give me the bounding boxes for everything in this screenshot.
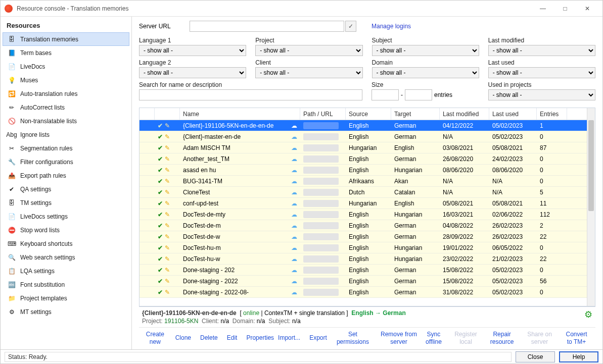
set-permissions-action[interactable]: Set permissions bbox=[336, 331, 369, 345]
remove-from-server-action[interactable]: Remove from server bbox=[379, 331, 419, 345]
maximize-button[interactable]: □ bbox=[554, 1, 576, 17]
row-entries: 0 bbox=[537, 267, 567, 274]
table-row[interactable]: ✔✎Done-staging - 202☁EnglishGerman15/08/… bbox=[140, 265, 595, 276]
export-action[interactable]: Export bbox=[309, 334, 327, 341]
sidebar-item-label: Auto-translation rules bbox=[20, 90, 77, 97]
table-row[interactable]: ✔✎DocTest-de-w☁EnglishGerman28/09/202226… bbox=[140, 231, 595, 242]
row-name: DocTest-hu-m bbox=[183, 244, 221, 251]
lastused-select[interactable]: - show all - bbox=[488, 67, 595, 78]
table-row[interactable]: ✔✎DocTest-hu-m☁EnglishHungarian19/01/202… bbox=[140, 242, 595, 253]
table-row[interactable]: ✔✎DocTest-hu-w☁EnglishHungarian23/02/202… bbox=[140, 253, 595, 265]
sidebar-item-tm-settings[interactable]: 🗄TM settings bbox=[3, 196, 129, 210]
col-path[interactable]: Path / URL bbox=[300, 108, 346, 120]
table-row[interactable]: ✔✎BUG-3141-TM☁AfrikaansAkanN/AN/A0 bbox=[140, 176, 595, 187]
col-lastused[interactable]: Last used bbox=[489, 108, 537, 120]
cloud-icon: ☁ bbox=[291, 155, 297, 163]
clone-action[interactable]: Clone bbox=[175, 334, 191, 341]
sidebar-item-filter-configurations[interactable]: 🔧Filter configurations bbox=[3, 155, 129, 169]
search-input[interactable] bbox=[139, 89, 362, 100]
help-button[interactable]: Help bbox=[559, 351, 598, 362]
sidebar-item-non-translatable-lists[interactable]: 🚫Non-translatable lists bbox=[3, 114, 129, 128]
col-entries[interactable]: Entries bbox=[537, 108, 567, 120]
delete-action[interactable]: Delete bbox=[200, 334, 218, 341]
sidebar-item-autocorrect-lists[interactable]: ✏AutoCorrect lists bbox=[3, 100, 129, 114]
minimize-button[interactable]: — bbox=[532, 1, 554, 17]
sidebar-item-muses[interactable]: 💡Muses bbox=[3, 73, 129, 87]
sidebar-item-ignore-lists[interactable]: AbgIgnore lists bbox=[3, 128, 129, 141]
client-select[interactable]: - show all - bbox=[255, 67, 362, 78]
vertical-scrollbar[interactable] bbox=[587, 108, 595, 306]
lang1-select[interactable]: - show all - bbox=[139, 45, 246, 56]
server-check-button[interactable]: ✓ bbox=[345, 21, 356, 32]
row-path bbox=[303, 278, 339, 285]
col-source[interactable]: Source bbox=[346, 108, 391, 120]
sidebar-item-term-bases[interactable]: 📘Term bases bbox=[3, 46, 129, 60]
edit-action[interactable]: Edit bbox=[227, 334, 238, 341]
table-row[interactable]: ✔✎DocTest-de-m☁EnglishGerman04/08/202226… bbox=[140, 220, 595, 231]
col-icons[interactable] bbox=[155, 108, 180, 120]
table-row[interactable]: ✔✎Adam MISCH TM☁HungarianEnglish03/08/20… bbox=[140, 142, 595, 153]
settings-icon[interactable]: ⚙ bbox=[584, 309, 592, 320]
sidebar-item-qa-settings[interactable]: ✔QA settings bbox=[3, 182, 129, 196]
row-target: German bbox=[391, 233, 440, 240]
properties-action[interactable]: Properties bbox=[246, 334, 274, 341]
table-row[interactable]: ✔✎asasd en hu☁EnglishHungarian08/06/2020… bbox=[140, 165, 595, 176]
table-row[interactable]: ✔✎DocTest-de-mty☁EnglishHungarian16/03/2… bbox=[140, 209, 595, 220]
sidebar-item-project-templates[interactable]: 📁Project templates bbox=[3, 291, 129, 305]
sidebar-item-segmentation-rules[interactable]: ✂Segmentation rules bbox=[3, 141, 129, 155]
lastmod-select[interactable]: - show all - bbox=[488, 45, 595, 56]
row-entries: 56 bbox=[537, 278, 567, 285]
sidebar-item-icon: 📋 bbox=[7, 267, 16, 276]
size-to-input[interactable] bbox=[405, 89, 432, 100]
sidebar-item-font-substitution[interactable]: 🔤Font substitution bbox=[3, 278, 129, 291]
detail-bar: {Client}-191106-5KN-en-de-en-de [ online… bbox=[139, 306, 595, 327]
share-on-server-action[interactable]: Share on server bbox=[526, 331, 553, 345]
sidebar-item-stop-word-lists[interactable]: ⛔Stop word lists bbox=[3, 223, 129, 237]
row-name: BUG-3141-TM bbox=[183, 178, 222, 185]
table-row[interactable]: ✔✎CloneTest☁DutchCatalanN/AN/A5 bbox=[140, 187, 595, 198]
col-target[interactable]: Target bbox=[391, 108, 440, 120]
convert-tm-action[interactable]: Convert to TM+ bbox=[563, 331, 590, 345]
lang2-select[interactable]: - show all - bbox=[139, 67, 246, 78]
sidebar-item-icon: ⚙ bbox=[7, 307, 16, 317]
size-from-input[interactable] bbox=[372, 89, 399, 100]
manage-logins-link[interactable]: Manage logins bbox=[372, 23, 411, 30]
col-check[interactable] bbox=[140, 108, 155, 120]
col-name[interactable]: Name bbox=[180, 108, 300, 120]
sidebar-item-mt-settings[interactable]: ⚙MT settings bbox=[3, 305, 129, 319]
lang2-label: Language 2 bbox=[139, 59, 246, 66]
server-url-input[interactable] bbox=[190, 21, 344, 32]
sidebar-item-auto-translation-rules[interactable]: 🔁Auto-translation rules bbox=[3, 87, 129, 100]
usedin-select[interactable]: - show all - bbox=[488, 89, 596, 100]
row-lastused: 26/02/2023 bbox=[489, 222, 537, 229]
project-select[interactable]: - show all - bbox=[255, 45, 362, 56]
table-row[interactable]: ✔✎Done-staging - 2022-08-☁EnglishGerman3… bbox=[140, 287, 595, 298]
row-name: DocTest-de-m bbox=[183, 222, 221, 229]
row-lastmod: 15/08/2022 bbox=[440, 278, 489, 285]
sidebar-item-keyboard-shortcuts[interactable]: ⌨Keyboard shortcuts bbox=[3, 237, 129, 250]
repair-resource-action[interactable]: Repair resource bbox=[487, 331, 517, 345]
close-button[interactable]: ✕ bbox=[576, 1, 598, 17]
sidebar-item-export-path-rules[interactable]: 📤Export path rules bbox=[3, 169, 129, 182]
table-row[interactable]: ✔✎Done-staging - 2022☁EnglishGerman15/08… bbox=[140, 276, 595, 287]
sync-offline-action[interactable]: Sync offline bbox=[423, 331, 444, 345]
close-dialog-button[interactable]: Close bbox=[516, 351, 555, 362]
col-lastmod[interactable]: Last modified bbox=[440, 108, 489, 120]
table-row[interactable]: ✔✎{Client}-master-en-de☁EnglishGermanN/A… bbox=[140, 131, 595, 142]
sidebar-item-livedocs-settings[interactable]: 📄LiveDocs settings bbox=[3, 210, 129, 223]
subject-select[interactable]: - show all - bbox=[372, 45, 479, 56]
sidebar-item-web-search-settings[interactable]: 🔍Web search settings bbox=[3, 250, 129, 264]
row-lastmod: 04/12/2022 bbox=[440, 122, 489, 129]
table-row[interactable]: ✔✎conf-upd-test☁HungarianEnglish05/08/20… bbox=[140, 198, 595, 209]
sidebar-item-livedocs[interactable]: 📄LiveDocs bbox=[3, 60, 129, 73]
import-action[interactable]: Import... bbox=[278, 334, 300, 341]
table-row[interactable]: ✔✎Another_test_TM☁EnglishGerman26/08/202… bbox=[140, 153, 595, 165]
sidebar-item-lqa-settings[interactable]: 📋LQA settings bbox=[3, 264, 129, 278]
create-new-action[interactable]: Create new bbox=[144, 331, 166, 345]
lastmod-label: Last modified bbox=[488, 37, 595, 44]
cloud-icon: ☁ bbox=[291, 144, 297, 151]
sidebar-item-translation-memories[interactable]: 🗄Translation memories bbox=[3, 32, 129, 46]
table-row[interactable]: ✔✎{Client}-191106-5KN-en-de-en-de☁Englis… bbox=[140, 120, 595, 131]
register-local-action[interactable]: Register local bbox=[453, 331, 478, 345]
domain-select[interactable]: - show all - bbox=[372, 67, 479, 78]
